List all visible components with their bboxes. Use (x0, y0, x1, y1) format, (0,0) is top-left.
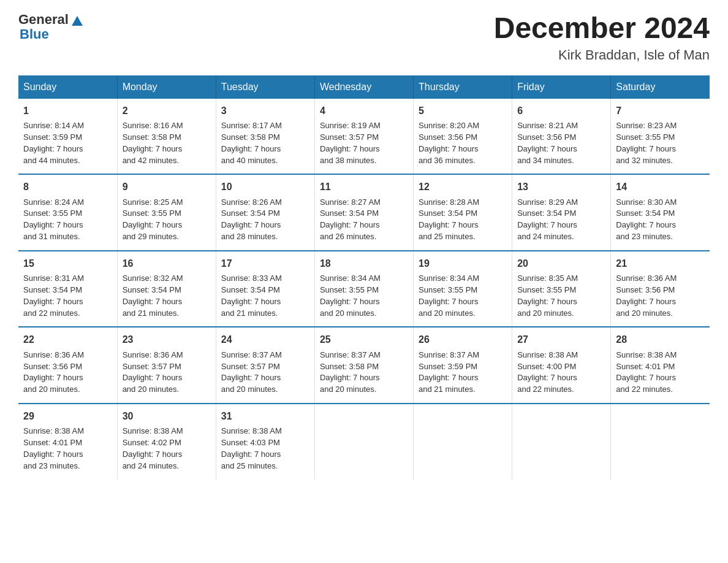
day-number: 21 (616, 256, 705, 270)
day-info: Sunrise: 8:36 AMSunset: 3:56 PMDaylight:… (23, 350, 112, 396)
day-number: 27 (517, 332, 605, 347)
day-info: Sunrise: 8:37 AMSunset: 3:58 PMDaylight:… (320, 350, 408, 396)
calendar-header: SundayMondayTuesdayWednesdayThursdayFrid… (18, 75, 710, 99)
calendar-week-row: 29Sunrise: 8:38 AMSunset: 4:01 PMDayligh… (18, 404, 710, 480)
header-row: SundayMondayTuesdayWednesdayThursdayFrid… (18, 75, 710, 99)
calendar-cell: 7Sunrise: 8:23 AMSunset: 3:55 PMDaylight… (611, 99, 710, 175)
day-number: 25 (320, 332, 408, 347)
day-info: Sunrise: 8:38 AMSunset: 4:01 PMDaylight:… (616, 350, 705, 396)
day-number: 17 (221, 256, 309, 270)
calendar-cell: 18Sunrise: 8:34 AMSunset: 3:55 PMDayligh… (314, 251, 413, 327)
page-header: General Blue December 2024 Kirk Braddan,… (18, 12, 710, 63)
day-number: 4 (320, 104, 408, 118)
day-info: Sunrise: 8:16 AMSunset: 3:58 PMDaylight:… (123, 120, 211, 166)
day-info: Sunrise: 8:38 AMSunset: 4:03 PMDaylight:… (221, 426, 309, 472)
calendar-week-row: 1Sunrise: 8:14 AMSunset: 3:59 PMDaylight… (18, 99, 710, 175)
calendar-cell: 19Sunrise: 8:34 AMSunset: 3:55 PMDayligh… (414, 251, 512, 327)
calendar-week-row: 8Sunrise: 8:24 AMSunset: 3:55 PMDaylight… (18, 174, 710, 251)
day-number: 3 (221, 104, 309, 118)
day-number: 2 (123, 104, 211, 118)
header-cell-sunday: Sunday (18, 75, 117, 99)
day-info: Sunrise: 8:19 AMSunset: 3:57 PMDaylight:… (320, 120, 408, 166)
logo-blue-text: Blue (20, 27, 84, 42)
month-title: December 2024 (494, 12, 710, 45)
day-info: Sunrise: 8:31 AMSunset: 3:54 PMDaylight:… (23, 273, 112, 319)
day-info: Sunrise: 8:32 AMSunset: 3:54 PMDaylight:… (123, 273, 211, 319)
calendar-cell (314, 404, 413, 480)
calendar-cell: 28Sunrise: 8:38 AMSunset: 4:01 PMDayligh… (611, 327, 710, 404)
calendar-cell: 16Sunrise: 8:32 AMSunset: 3:54 PMDayligh… (117, 251, 216, 327)
day-number: 11 (320, 180, 408, 194)
header-cell-monday: Monday (117, 75, 216, 99)
calendar-cell: 10Sunrise: 8:26 AMSunset: 3:54 PMDayligh… (216, 174, 314, 251)
day-info: Sunrise: 8:35 AMSunset: 3:55 PMDaylight:… (517, 273, 605, 319)
calendar-cell: 30Sunrise: 8:38 AMSunset: 4:02 PMDayligh… (117, 404, 216, 480)
calendar-cell: 5Sunrise: 8:20 AMSunset: 3:56 PMDaylight… (414, 99, 512, 175)
calendar-cell: 9Sunrise: 8:25 AMSunset: 3:55 PMDaylight… (117, 174, 216, 251)
day-info: Sunrise: 8:21 AMSunset: 3:56 PMDaylight:… (517, 120, 605, 166)
calendar-cell: 14Sunrise: 8:30 AMSunset: 3:54 PMDayligh… (611, 174, 710, 251)
calendar-cell: 13Sunrise: 8:29 AMSunset: 3:54 PMDayligh… (512, 174, 611, 251)
title-block: December 2024 Kirk Braddan, Isle of Man (494, 12, 710, 63)
day-info: Sunrise: 8:33 AMSunset: 3:54 PMDaylight:… (221, 273, 309, 319)
logo-triangle-icon (70, 13, 84, 27)
day-info: Sunrise: 8:38 AMSunset: 4:01 PMDaylight:… (23, 426, 112, 472)
calendar-cell: 1Sunrise: 8:14 AMSunset: 3:59 PMDaylight… (18, 99, 117, 175)
day-info: Sunrise: 8:26 AMSunset: 3:54 PMDaylight:… (221, 197, 309, 243)
day-number: 28 (616, 332, 705, 347)
logo: General Blue (18, 12, 84, 42)
day-info: Sunrise: 8:36 AMSunset: 3:56 PMDaylight:… (616, 273, 705, 319)
day-info: Sunrise: 8:25 AMSunset: 3:55 PMDaylight:… (123, 197, 211, 243)
day-number: 15 (23, 256, 112, 270)
calendar-cell: 27Sunrise: 8:38 AMSunset: 4:00 PMDayligh… (512, 327, 611, 404)
day-number: 31 (221, 409, 309, 423)
day-number: 19 (419, 256, 507, 270)
day-number: 8 (23, 180, 112, 194)
header-cell-thursday: Thursday (414, 75, 512, 99)
calendar-cell: 6Sunrise: 8:21 AMSunset: 3:56 PMDaylight… (512, 99, 611, 175)
day-number: 6 (517, 104, 605, 118)
calendar-cell (512, 404, 611, 480)
calendar-cell: 29Sunrise: 8:38 AMSunset: 4:01 PMDayligh… (18, 404, 117, 480)
day-number: 7 (616, 104, 705, 118)
calendar-cell: 17Sunrise: 8:33 AMSunset: 3:54 PMDayligh… (216, 251, 314, 327)
day-number: 1 (23, 104, 112, 118)
calendar-cell: 3Sunrise: 8:17 AMSunset: 3:58 PMDaylight… (216, 99, 314, 175)
header-cell-wednesday: Wednesday (314, 75, 413, 99)
calendar-cell: 21Sunrise: 8:36 AMSunset: 3:56 PMDayligh… (611, 251, 710, 327)
day-info: Sunrise: 8:28 AMSunset: 3:54 PMDaylight:… (419, 197, 507, 243)
logo-general-text: General (18, 12, 69, 27)
calendar-cell: 20Sunrise: 8:35 AMSunset: 3:55 PMDayligh… (512, 251, 611, 327)
calendar-cell: 25Sunrise: 8:37 AMSunset: 3:58 PMDayligh… (314, 327, 413, 404)
day-number: 30 (123, 409, 211, 423)
calendar-cell: 24Sunrise: 8:37 AMSunset: 3:57 PMDayligh… (216, 327, 314, 404)
calendar-cell: 23Sunrise: 8:36 AMSunset: 3:57 PMDayligh… (117, 327, 216, 404)
header-cell-tuesday: Tuesday (216, 75, 314, 99)
day-number: 23 (123, 332, 211, 347)
day-number: 16 (123, 256, 211, 270)
day-number: 18 (320, 256, 408, 270)
calendar-cell: 4Sunrise: 8:19 AMSunset: 3:57 PMDaylight… (314, 99, 413, 175)
calendar-cell: 8Sunrise: 8:24 AMSunset: 3:55 PMDaylight… (18, 174, 117, 251)
calendar-body: 1Sunrise: 8:14 AMSunset: 3:59 PMDaylight… (18, 99, 710, 480)
calendar-table: SundayMondayTuesdayWednesdayThursdayFrid… (18, 75, 710, 480)
day-info: Sunrise: 8:36 AMSunset: 3:57 PMDaylight:… (123, 350, 211, 396)
day-number: 5 (419, 104, 507, 118)
calendar-week-row: 15Sunrise: 8:31 AMSunset: 3:54 PMDayligh… (18, 251, 710, 327)
day-info: Sunrise: 8:17 AMSunset: 3:58 PMDaylight:… (221, 120, 309, 166)
day-number: 29 (23, 409, 112, 423)
day-info: Sunrise: 8:23 AMSunset: 3:55 PMDaylight:… (616, 120, 705, 166)
calendar-cell (414, 404, 512, 480)
day-info: Sunrise: 8:38 AMSunset: 4:00 PMDaylight:… (517, 350, 605, 396)
day-number: 10 (221, 180, 309, 194)
calendar-cell: 2Sunrise: 8:16 AMSunset: 3:58 PMDaylight… (117, 99, 216, 175)
calendar-cell: 11Sunrise: 8:27 AMSunset: 3:54 PMDayligh… (314, 174, 413, 251)
calendar-week-row: 22Sunrise: 8:36 AMSunset: 3:56 PMDayligh… (18, 327, 710, 404)
header-cell-saturday: Saturday (611, 75, 710, 99)
day-info: Sunrise: 8:34 AMSunset: 3:55 PMDaylight:… (320, 273, 408, 319)
day-info: Sunrise: 8:38 AMSunset: 4:02 PMDaylight:… (123, 426, 211, 472)
day-number: 13 (517, 180, 605, 194)
day-number: 12 (419, 180, 507, 194)
calendar-cell: 12Sunrise: 8:28 AMSunset: 3:54 PMDayligh… (414, 174, 512, 251)
svg-marker-0 (72, 16, 83, 26)
